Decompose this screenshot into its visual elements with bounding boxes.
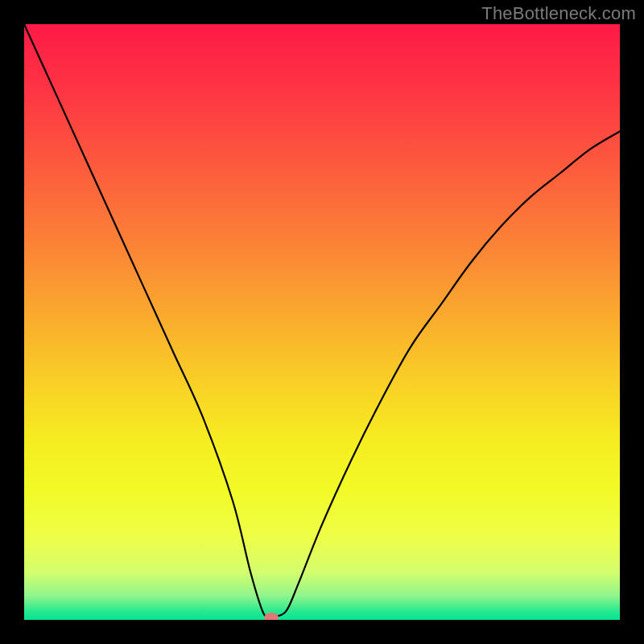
gradient-background	[24, 24, 620, 620]
plot-area	[24, 24, 620, 620]
bottleneck-chart	[24, 24, 620, 620]
chart-frame: TheBottleneck.com	[0, 0, 644, 644]
watermark-text: TheBottleneck.com	[481, 3, 636, 24]
